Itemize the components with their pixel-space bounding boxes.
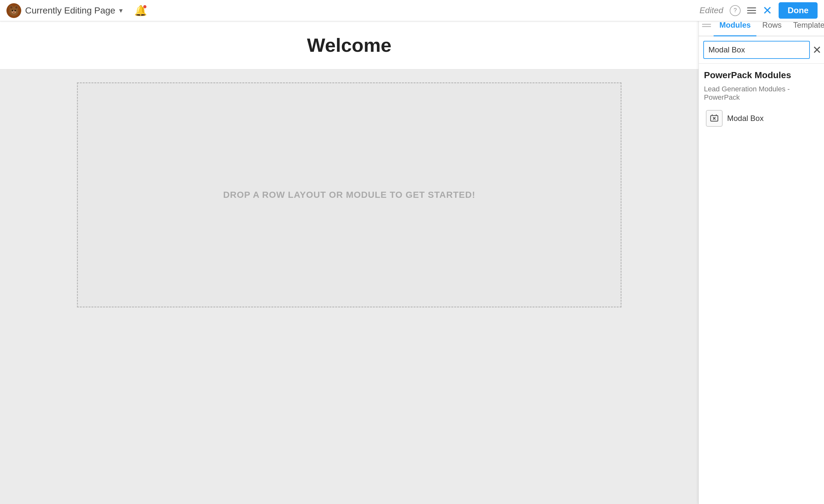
logo-avatar[interactable] [6,3,21,18]
menu-lines-icon[interactable] [747,7,756,13]
list-item[interactable]: Modal Box [704,107,819,130]
modules-content: PowerPack Modules Lead Generation Module… [699,64,824,504]
drop-zone-text: DROP A ROW LAYOUT OR MODULE TO GET START… [223,190,475,200]
header-right: Edited ? ✕ Done [700,2,818,19]
chevron-down-icon[interactable]: ▾ [119,6,123,15]
svg-point-4 [15,6,18,8]
module-item-label: Modal Box [727,114,763,123]
header-bar: Currently Editing Page ▾ 🔔 Edited ? ✕ Do… [0,0,824,21]
notification-dot [143,5,146,8]
edited-label: Edited [700,5,723,15]
search-clear-button[interactable]: ✕ [812,44,821,55]
search-input[interactable] [703,41,810,59]
search-area: ✕ [699,36,824,64]
panel-drag-handle[interactable] [702,22,711,29]
module-icon-box [706,110,723,127]
page-welcome-title: Welcome [6,34,692,56]
side-panel: Modules Rows Templates Saved ✕ PowerPack… [699,15,824,504]
header-title: Currently Editing Page [25,5,115,16]
done-button[interactable]: Done [779,2,818,19]
svg-point-6 [12,10,13,11]
modules-group-title: PowerPack Modules [704,70,819,81]
modal-box-icon [709,114,719,123]
svg-point-3 [10,6,13,8]
modules-section-label: Lead Generation Modules - PowerPack [704,85,819,102]
canvas-area: Welcome DROP A ROW LAYOUT OR MODULE TO G… [0,21,699,504]
svg-point-8 [13,12,15,13]
help-icon[interactable]: ? [730,5,741,16]
header-left: Currently Editing Page ▾ 🔔 [6,3,147,18]
svg-point-7 [14,10,16,11]
page-title-section: Welcome [0,21,699,70]
notification-bell-area[interactable]: 🔔 [134,4,147,17]
close-button[interactable]: ✕ [762,5,772,16]
drop-zone-area[interactable]: DROP A ROW LAYOUT OR MODULE TO GET START… [77,82,622,307]
